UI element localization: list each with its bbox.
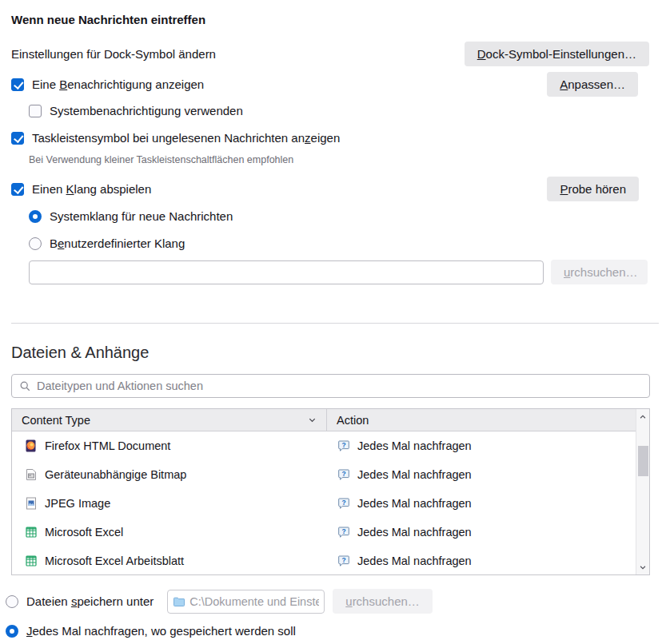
save-files-radio[interactable]: Dateien speichern unter [6, 594, 154, 608]
action-cell: ? Jedes Mal nachfragen [328, 439, 636, 452]
taskbar-icon-row: Taskleistensymbol bei ungelesenen Nachri… [11, 131, 670, 145]
svg-text:?: ? [341, 556, 345, 564]
jpeg-icon [25, 497, 38, 510]
checkbox-icon[interactable] [29, 105, 42, 117]
svg-text:?: ? [341, 441, 345, 449]
play-sound-checkbox[interactable]: Einen Klang abspielen [11, 182, 151, 196]
sound-browse-button: urchsuchen… [551, 260, 648, 284]
system-sound-radio[interactable]: Systemklang für neue Nachrichten [29, 209, 233, 223]
system-notification-checkbox[interactable]: Systembenachrichtigung verwenden [29, 104, 243, 117]
scrollbar-down-icon[interactable] [636, 559, 650, 574]
search-icon [19, 380, 31, 392]
dock-settings-row: Einstellungen für Dock-Symbol ändern Doc… [11, 42, 670, 66]
content-type-cell: JPEG Image [12, 497, 328, 510]
section-heading-attachments: Dateien & Anhänge [11, 344, 670, 362]
content-type-table: Content Type Action Firefox HTML Documen… [11, 408, 650, 575]
checkbox-icon[interactable] [11, 132, 24, 145]
section-heading-new-messages: Wenn neue Nachrichten eintreffen [11, 13, 670, 26]
table-row[interactable]: JPEG Image ? Jedes Mal nachfragen [12, 489, 636, 518]
content-type-cell: Geräteunabhängige Bitmap [12, 468, 328, 481]
taskbar-hint-row: Bei Verwendung kleiner Taskleistenschalt… [11, 154, 670, 165]
ask-every-time-row: Jedes Mal nachfragen, wo gespeichert wer… [6, 624, 670, 638]
svg-text:?: ? [341, 470, 345, 478]
column-header-content-type[interactable]: Content Type [12, 409, 327, 431]
files-attachments-section: Dateien & Anhänge Content Type Action [11, 344, 670, 638]
ask-bubble-icon: ? [337, 439, 350, 452]
table-row[interactable]: Microsoft Excel Arbeitsblatt ? Jedes Mal… [12, 547, 636, 574]
custom-sound-row: Benutzerdefinierter Klang [11, 237, 670, 250]
table-main: Content Type Action Firefox HTML Documen… [12, 409, 636, 574]
svg-text:?: ? [341, 527, 345, 535]
play-sample-button[interactable]: Probe hören [547, 177, 639, 201]
svg-text:?: ? [341, 499, 345, 507]
table-row[interactable]: Firefox HTML Document ? Jedes Mal nachfr… [12, 431, 636, 460]
table-header: Content Type Action [12, 409, 636, 431]
taskbar-icon-checkbox[interactable]: Taskleistensymbol bei ungelesenen Nachri… [11, 131, 340, 145]
radio-icon[interactable] [6, 625, 18, 638]
scrollbar-thumb[interactable] [638, 446, 648, 476]
action-cell: ? Jedes Mal nachfragen [328, 468, 636, 481]
action-cell: ? Jedes Mal nachfragen [328, 526, 636, 539]
section-divider [11, 323, 659, 324]
save-files-row: Dateien speichern unter C:\Dokumente und… [6, 589, 670, 614]
excel-icon [25, 526, 38, 539]
checkbox-icon[interactable] [11, 78, 24, 91]
sound-file-row: urchsuchen… [11, 260, 670, 284]
ask-bubble-icon: ? [337, 526, 350, 539]
radio-icon[interactable] [29, 237, 42, 250]
checkbox-icon[interactable] [11, 183, 24, 196]
play-sound-row: Einen Klang abspielen Probe hören [11, 177, 670, 201]
column-header-action[interactable]: Action [327, 409, 636, 431]
table-scrollbar[interactable] [636, 409, 649, 574]
show-notification-row: Eine Benachrichtigung anzeigen Anpassen… [11, 72, 670, 97]
table-row[interactable]: Microsoft Excel ? Jedes Mal nachfragen [12, 518, 636, 547]
filetype-search-input[interactable] [37, 380, 642, 392]
scrollbar-up-icon[interactable] [636, 409, 650, 424]
filetype-search-box [11, 374, 650, 398]
sort-chevron-down-icon [308, 415, 317, 424]
content-type-cell: Firefox HTML Document [12, 439, 328, 452]
radio-icon[interactable] [29, 210, 42, 223]
new-messages-section: Wenn neue Nachrichten eintreffen Einstel… [11, 13, 670, 284]
show-notification-checkbox[interactable]: Eine Benachrichtigung anzeigen [11, 78, 204, 91]
sound-file-input[interactable] [29, 260, 544, 284]
dock-settings-button[interactable]: Dock-Symbol-Einstellungen… [465, 42, 649, 66]
action-cell: ? Jedes Mal nachfragen [328, 497, 636, 510]
system-notification-label: Systembenachrichtigung verwenden [50, 104, 243, 117]
content-type-cell: Microsoft Excel [12, 526, 328, 539]
firefox-html-icon [25, 439, 38, 452]
table-row[interactable]: Geräteunabhängige Bitmap ? Jedes Mal nac… [12, 460, 636, 489]
settings-page: Wenn neue Nachrichten eintreffen Einstel… [0, 0, 670, 638]
path-browse-button: urchsuchen… [333, 589, 433, 614]
system-sound-label: Systemklang für neue Nachrichten [50, 209, 233, 223]
ask-every-time-radio[interactable]: Jedes Mal nachfragen, wo gespeichert wer… [6, 624, 296, 638]
taskbar-icon-label: Taskleistensymbol bei ungelesenen Nachri… [32, 131, 340, 145]
ask-bubble-icon: ? [337, 468, 350, 481]
bitmap-icon [25, 468, 38, 481]
scrollbar-track[interactable] [636, 424, 650, 559]
system-notification-row: Systembenachrichtigung verwenden [11, 104, 670, 117]
custom-sound-label: Benutzerdefinierter Klang [50, 237, 185, 250]
system-sound-row: Systemklang für neue Nachrichten [11, 209, 670, 223]
custom-sound-radio[interactable]: Benutzerdefinierter Klang [29, 237, 185, 250]
content-type-table-body: Firefox HTML Document ? Jedes Mal nachfr… [12, 431, 636, 574]
action-cell: ? Jedes Mal nachfragen [328, 555, 636, 567]
folder-icon [173, 595, 185, 608]
download-path-field: C:\Dokumente und Einste [167, 590, 325, 614]
dock-settings-label: Einstellungen für Dock-Symbol ändern [11, 47, 216, 61]
taskbar-hint: Bei Verwendung kleiner Taskleistenschalt… [29, 154, 293, 165]
save-files-label: Dateien speichern unter [26, 594, 154, 608]
ask-bubble-icon: ? [337, 555, 350, 567]
radio-icon[interactable] [6, 595, 18, 608]
ask-bubble-icon: ? [337, 497, 350, 510]
customize-notification-button[interactable]: Anpassen… [547, 72, 638, 97]
show-notification-label: Eine Benachrichtigung anzeigen [32, 78, 204, 91]
excel-icon [25, 555, 38, 567]
content-type-cell: Microsoft Excel Arbeitsblatt [12, 555, 328, 567]
ask-every-time-label: Jedes Mal nachfragen, wo gespeichert wer… [26, 624, 296, 638]
download-path-value: C:\Dokumente und Einste [189, 595, 319, 608]
play-sound-label: Einen Klang abspielen [32, 182, 151, 196]
